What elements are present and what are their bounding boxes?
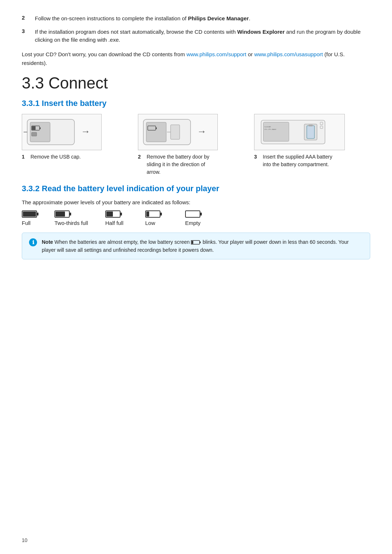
step-1-text: Remove the USB cap.: [30, 153, 81, 161]
svg-rect-9: [146, 122, 166, 142]
steps-list: 2 Follow the on-screen instructions to c…: [22, 15, 370, 44]
battery-empty-label: Empty: [185, 220, 201, 226]
step-2-num-b: 2: [138, 153, 143, 176]
svg-rect-31: [120, 213, 122, 216]
step-2: 2 Follow the on-screen instructions to c…: [22, 15, 370, 23]
note-battery-icon: [191, 239, 201, 245]
svg-rect-25: [37, 213, 38, 216]
device-svg-3: GoGEAR LFN + LPN + AAAaB: [260, 116, 339, 148]
step-1-num: 1: [22, 153, 27, 161]
battery-level-intro: The approximate power levels of your bat…: [22, 199, 370, 205]
philips-usasupport-link[interactable]: www.philips.com/usasupport: [254, 51, 323, 57]
svg-rect-19: [309, 124, 313, 126]
philips-support-link[interactable]: www.philips.com/support: [187, 51, 246, 57]
battery-half-icon: [105, 210, 123, 218]
svg-text:GoGEAR: GoGEAR: [264, 126, 271, 127]
battery-half-label: Half full: [105, 220, 123, 226]
battery-img-3: GoGEAR LFN + LPN + AAAaB: [254, 114, 345, 150]
battery-step-2-desc: 2 Remove the battery door by sliding it …: [138, 153, 218, 176]
battery-low-icon: [145, 210, 163, 218]
step-3-num-b: 3: [254, 153, 259, 168]
battery-level-icons-row: Full Two-thirds full Half fu: [22, 210, 370, 226]
svg-text:→: →: [197, 126, 207, 137]
battery-step-col-2: → 2 Remove the battery door by sliding i…: [138, 114, 254, 176]
battery-step-col-3: GoGEAR LFN + LPN + AAAaB 3 Insert the su…: [254, 114, 370, 168]
svg-rect-28: [69, 213, 71, 216]
battery-half: Half full: [105, 210, 145, 226]
device-svg-2: →: [140, 116, 216, 148]
battery-step-3-desc: 3 Insert the supplied AAA battery into t…: [254, 153, 334, 168]
svg-rect-1: [30, 122, 50, 142]
note-text: Note When the batteries are almost empty…: [42, 238, 363, 254]
step-2-num: 2: [22, 15, 28, 21]
battery-img-1: →: [22, 114, 102, 150]
battery-img-2: →: [138, 114, 218, 150]
battery-step-1-desc: 1 Remove the USB cap.: [22, 153, 81, 161]
battery-empty-icon: [185, 210, 203, 218]
battery-full: Full: [22, 210, 54, 226]
svg-rect-42: [192, 241, 193, 244]
section-title: 3.3 Connect: [22, 74, 370, 92]
svg-rect-35: [146, 212, 149, 217]
svg-rect-5: [32, 132, 37, 136]
battery-full-icon: [22, 210, 39, 218]
battery-full-label: Full: [22, 220, 30, 226]
subsection-2-title: 3.3.2 Read the battery level indication …: [22, 184, 370, 193]
note-box: ℹ Note When the batteries are almost emp…: [22, 233, 370, 260]
svg-rect-16: [264, 122, 289, 141]
battery-low-label: Low: [145, 220, 155, 226]
cd-note: Lost your CD? Don't worry, you can downl…: [22, 50, 370, 67]
step-3-num: 3: [22, 28, 28, 34]
device-svg-1: →: [24, 116, 100, 148]
svg-rect-12: [171, 125, 180, 139]
step-3: 3 If the installation program does not s…: [22, 28, 370, 44]
svg-rect-41: [200, 241, 201, 243]
svg-rect-32: [106, 212, 113, 217]
step-2-text-b: Remove the battery door by sliding it in…: [147, 153, 218, 176]
svg-rect-11: [156, 127, 157, 129]
svg-rect-29: [56, 212, 65, 217]
battery-twothirds-icon: [54, 210, 72, 218]
battery-level-section: The approximate power levels of your bat…: [22, 199, 370, 226]
svg-text:LFN + LPN + AAAaB: LFN + LPN + AAAaB: [264, 128, 276, 130]
svg-rect-4: [32, 126, 36, 130]
svg-rect-18: [307, 126, 314, 138]
page-number: 10: [22, 537, 28, 543]
svg-rect-3: [40, 127, 41, 129]
battery-empty: Empty: [185, 210, 225, 226]
battery-insert-steps: → 1 Remove the USB cap. → 2: [22, 114, 370, 176]
battery-step-col-1: → 1 Remove the USB cap.: [22, 114, 138, 161]
battery-twothirds-label: Two-thirds full: [54, 220, 88, 226]
step-3-text-b: Insert the supplied AAA battery into the…: [263, 153, 334, 168]
step-3-text: If the installation program does not sta…: [35, 28, 370, 44]
note-icon: ℹ: [29, 238, 40, 247]
battery-low: Low: [145, 210, 185, 226]
step-2-text: Follow the on-screen instructions to com…: [35, 15, 250, 23]
subsection-1-title: 3.3.1 Insert the battery: [22, 99, 370, 108]
svg-rect-34: [160, 213, 162, 216]
svg-rect-37: [200, 213, 202, 216]
svg-rect-36: [185, 211, 200, 217]
battery-twothirds: Two-thirds full: [54, 210, 105, 226]
svg-text:→: →: [81, 126, 90, 137]
svg-rect-26: [23, 212, 36, 217]
